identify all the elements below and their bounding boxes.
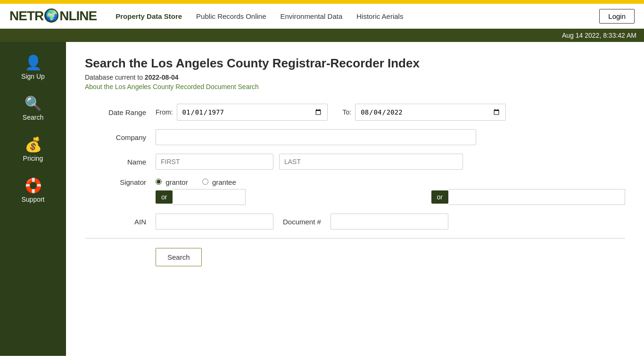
name-fields: [156, 154, 625, 170]
sidebar-label-support: Support: [21, 196, 44, 203]
to-label: To:: [343, 108, 352, 116]
support-icon: 🛟: [25, 177, 42, 194]
signup-icon: 👤: [25, 54, 42, 71]
sidebar-label-pricing: Pricing: [23, 155, 43, 162]
search-button[interactable]: Search: [156, 248, 202, 266]
or-row: or or: [85, 189, 625, 205]
signator-row: Signator grantor grantee: [85, 178, 625, 186]
main-content: Search the Los Angeles County Registrar-…: [66, 42, 644, 356]
top-yellow-bar: [0, 0, 644, 4]
or-name-input-1[interactable]: [173, 189, 246, 205]
db-current: Database current to 2022-08-04: [85, 74, 625, 81]
grantee-radio-label[interactable]: grantee: [202, 178, 236, 186]
company-input[interactable]: [156, 129, 476, 145]
signator-label: Signator: [85, 178, 156, 186]
db-current-date: 2022-08-04: [145, 74, 179, 81]
about-link[interactable]: About the Los Angeles County Recorded Do…: [85, 83, 625, 90]
document-input[interactable]: [330, 214, 448, 230]
sidebar-item-pricing[interactable]: 💰 Pricing: [0, 129, 66, 170]
date-range-fields: From: To:: [156, 104, 625, 121]
last-name-input[interactable]: [279, 154, 463, 170]
ain-input[interactable]: [156, 214, 273, 230]
datetime-text: Aug 14 2022, 8:33:42 AM: [562, 32, 636, 39]
grantor-text: grantor: [165, 178, 188, 186]
login-button[interactable]: Login: [599, 9, 635, 24]
sidebar-item-search[interactable]: 🔍 Search: [0, 88, 66, 129]
logo[interactable]: NETRNLINE: [9, 8, 97, 24]
nav-public-records[interactable]: Public Records Online: [196, 12, 266, 20]
name-label: Name: [85, 158, 156, 166]
ain-fields: Document #: [156, 214, 625, 230]
to-date-input[interactable]: [355, 104, 506, 121]
first-name-input[interactable]: [156, 154, 273, 170]
nav-environmental-data[interactable]: Environmental Data: [281, 12, 343, 20]
or-name-input-2[interactable]: [448, 189, 625, 205]
date-range-label: Date Range: [85, 108, 156, 116]
sidebar-item-signup[interactable]: 👤 Sign Up: [0, 47, 66, 88]
sidebar: 👤 Sign Up 🔍 Search 💰 Pricing 🛟 Support: [0, 42, 66, 356]
or-button-2[interactable]: or: [431, 190, 448, 204]
to-group: To:: [343, 104, 506, 121]
nav-property-data-store[interactable]: Property Data Store: [116, 12, 182, 20]
grantor-radio-label[interactable]: grantor: [156, 178, 188, 186]
logo-text-part1: NETR: [9, 8, 43, 24]
search-icon: 🔍: [25, 95, 42, 112]
sidebar-item-support[interactable]: 🛟 Support: [0, 170, 66, 211]
date-range-row: Date Range From: To:: [85, 104, 625, 121]
from-group: From:: [156, 104, 328, 121]
ain-label: AIN: [85, 218, 156, 226]
from-label: From:: [156, 108, 173, 116]
form-divider: [85, 238, 625, 239]
logo-text-part2: NLINE: [59, 8, 97, 24]
db-current-label: Database current to: [85, 74, 145, 81]
grantee-radio[interactable]: [202, 179, 208, 185]
page-title: Search the Los Angeles County Registrar-…: [85, 56, 625, 71]
layout: 👤 Sign Up 🔍 Search 💰 Pricing 🛟 Support S…: [0, 42, 644, 356]
signator-radio-group: grantor grantee: [156, 178, 236, 186]
document-label: Document #: [283, 218, 321, 226]
nav-historic-aerials[interactable]: Historic Aerials: [356, 12, 403, 20]
or-button-1[interactable]: or: [156, 190, 173, 204]
grantor-radio[interactable]: [156, 179, 162, 185]
ain-row: AIN Document #: [85, 214, 625, 230]
main-nav: Property Data Store Public Records Onlin…: [116, 12, 599, 20]
company-label: Company: [85, 133, 156, 141]
pricing-icon: 💰: [25, 136, 42, 153]
header: NETRNLINE Property Data Store Public Rec…: [0, 4, 644, 29]
company-row: Company: [85, 129, 625, 145]
grantee-text: grantee: [212, 178, 236, 186]
from-date-input[interactable]: [177, 104, 328, 121]
name-row: Name: [85, 154, 625, 170]
sidebar-label-signup: Sign Up: [21, 73, 45, 80]
datetime-bar: Aug 14 2022, 8:33:42 AM: [0, 29, 644, 42]
sidebar-label-search: Search: [23, 114, 43, 121]
logo-globe-icon: [44, 8, 58, 23]
